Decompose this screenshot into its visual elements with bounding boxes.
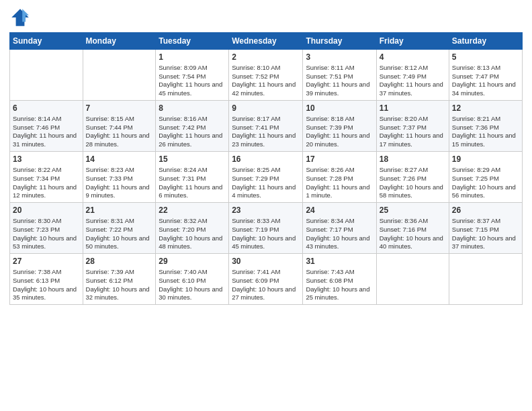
day-info: Sunrise: 8:30 AM Sunset: 7:23 PM Dayligh… (13, 217, 80, 251)
day-number: 14 (86, 154, 153, 165)
day-cell (10, 50, 83, 101)
svg-marker-0 (11, 9, 29, 26)
week-row-3: 13Sunrise: 8:22 AM Sunset: 7:34 PM Dayli… (10, 152, 523, 203)
day-number: 30 (232, 256, 300, 267)
weekday-header-saturday: Saturday (449, 33, 522, 50)
day-cell: 7Sunrise: 8:15 AM Sunset: 7:44 PM Daylig… (83, 101, 156, 152)
day-number: 27 (13, 256, 80, 267)
day-cell: 24Sunrise: 8:34 AM Sunset: 7:17 PM Dayli… (303, 203, 376, 254)
day-info: Sunrise: 8:16 AM Sunset: 7:42 PM Dayligh… (159, 115, 226, 149)
day-number: 12 (452, 103, 519, 114)
day-number: 15 (159, 154, 226, 165)
day-number: 8 (159, 103, 226, 114)
day-number: 1 (159, 52, 226, 63)
day-number: 22 (159, 205, 226, 216)
day-info: Sunrise: 8:27 AM Sunset: 7:26 PM Dayligh… (380, 166, 446, 200)
day-cell: 11Sunrise: 8:20 AM Sunset: 7:37 PM Dayli… (376, 101, 449, 152)
day-cell: 25Sunrise: 8:36 AM Sunset: 7:16 PM Dayli… (376, 203, 449, 254)
day-number: 28 (86, 256, 153, 267)
day-cell: 5Sunrise: 8:13 AM Sunset: 7:47 PM Daylig… (449, 50, 522, 101)
day-info: Sunrise: 7:38 AM Sunset: 6:13 PM Dayligh… (13, 268, 80, 302)
day-cell: 3Sunrise: 8:11 AM Sunset: 7:51 PM Daylig… (303, 50, 376, 101)
day-number: 6 (13, 103, 80, 114)
week-row-4: 20Sunrise: 8:30 AM Sunset: 7:23 PM Dayli… (10, 203, 523, 254)
day-info: Sunrise: 8:15 AM Sunset: 7:44 PM Dayligh… (86, 115, 153, 149)
day-info: Sunrise: 8:22 AM Sunset: 7:34 PM Dayligh… (13, 166, 80, 200)
weekday-header-sunday: Sunday (10, 33, 83, 50)
day-cell: 8Sunrise: 8:16 AM Sunset: 7:42 PM Daylig… (156, 101, 229, 152)
weekday-header-row: SundayMondayTuesdayWednesdayThursdayFrid… (10, 33, 523, 50)
day-info: Sunrise: 8:26 AM Sunset: 7:28 PM Dayligh… (306, 166, 373, 200)
day-cell (449, 254, 522, 305)
day-number: 2 (232, 52, 300, 63)
day-cell: 14Sunrise: 8:23 AM Sunset: 7:33 PM Dayli… (83, 152, 156, 203)
day-info: Sunrise: 8:31 AM Sunset: 7:22 PM Dayligh… (86, 217, 153, 251)
day-info: Sunrise: 8:13 AM Sunset: 7:47 PM Dayligh… (452, 64, 519, 98)
day-info: Sunrise: 8:11 AM Sunset: 7:51 PM Dayligh… (306, 64, 373, 98)
day-number: 10 (306, 103, 373, 114)
day-info: Sunrise: 8:23 AM Sunset: 7:33 PM Dayligh… (86, 166, 153, 200)
day-info: Sunrise: 8:09 AM Sunset: 7:54 PM Dayligh… (159, 64, 226, 98)
day-number: 18 (380, 154, 446, 165)
day-number: 13 (13, 154, 80, 165)
logo (9, 7, 34, 28)
day-info: Sunrise: 7:43 AM Sunset: 6:08 PM Dayligh… (306, 268, 373, 302)
day-number: 9 (232, 103, 300, 114)
day-number: 7 (86, 103, 153, 114)
day-info: Sunrise: 7:39 AM Sunset: 6:12 PM Dayligh… (86, 268, 153, 302)
day-cell (83, 50, 156, 101)
day-cell: 18Sunrise: 8:27 AM Sunset: 7:26 PM Dayli… (376, 152, 449, 203)
weekday-header-monday: Monday (83, 33, 156, 50)
day-cell: 22Sunrise: 8:32 AM Sunset: 7:20 PM Dayli… (156, 203, 229, 254)
day-info: Sunrise: 8:20 AM Sunset: 7:37 PM Dayligh… (380, 115, 446, 149)
day-info: Sunrise: 7:41 AM Sunset: 6:09 PM Dayligh… (232, 268, 300, 302)
day-info: Sunrise: 8:34 AM Sunset: 7:17 PM Dayligh… (306, 217, 373, 251)
day-cell (376, 254, 449, 305)
day-number: 26 (452, 205, 519, 216)
page: SundayMondayTuesdayWednesdayThursdayFrid… (0, 0, 532, 411)
day-number: 25 (380, 205, 446, 216)
calendar-table: SundayMondayTuesdayWednesdayThursdayFrid… (9, 32, 523, 305)
day-info: Sunrise: 8:24 AM Sunset: 7:31 PM Dayligh… (159, 166, 226, 200)
day-cell: 4Sunrise: 8:12 AM Sunset: 7:49 PM Daylig… (376, 50, 449, 101)
day-number: 31 (306, 256, 373, 267)
day-number: 24 (306, 205, 373, 216)
day-info: Sunrise: 8:33 AM Sunset: 7:19 PM Dayligh… (232, 217, 300, 251)
day-info: Sunrise: 8:17 AM Sunset: 7:41 PM Dayligh… (232, 115, 300, 149)
header (9, 7, 523, 28)
day-info: Sunrise: 8:36 AM Sunset: 7:16 PM Dayligh… (380, 217, 446, 251)
day-cell: 16Sunrise: 8:25 AM Sunset: 7:29 PM Dayli… (229, 152, 303, 203)
day-cell: 20Sunrise: 8:30 AM Sunset: 7:23 PM Dayli… (10, 203, 83, 254)
day-cell: 28Sunrise: 7:39 AM Sunset: 6:12 PM Dayli… (83, 254, 156, 305)
weekday-header-wednesday: Wednesday (229, 33, 303, 50)
day-info: Sunrise: 8:29 AM Sunset: 7:25 PM Dayligh… (452, 166, 519, 200)
day-number: 21 (86, 205, 153, 216)
day-cell: 2Sunrise: 8:10 AM Sunset: 7:52 PM Daylig… (229, 50, 303, 101)
day-number: 29 (159, 256, 226, 267)
day-cell: 10Sunrise: 8:18 AM Sunset: 7:39 PM Dayli… (303, 101, 376, 152)
day-info: Sunrise: 7:40 AM Sunset: 6:10 PM Dayligh… (159, 268, 226, 302)
day-cell: 27Sunrise: 7:38 AM Sunset: 6:13 PM Dayli… (10, 254, 83, 305)
day-info: Sunrise: 8:14 AM Sunset: 7:46 PM Dayligh… (13, 115, 80, 149)
weekday-header-thursday: Thursday (303, 33, 376, 50)
day-info: Sunrise: 8:18 AM Sunset: 7:39 PM Dayligh… (306, 115, 373, 149)
logo-icon (9, 7, 31, 28)
day-number: 3 (306, 52, 373, 63)
day-info: Sunrise: 8:37 AM Sunset: 7:15 PM Dayligh… (452, 217, 519, 251)
day-info: Sunrise: 8:32 AM Sunset: 7:20 PM Dayligh… (159, 217, 226, 251)
day-cell: 1Sunrise: 8:09 AM Sunset: 7:54 PM Daylig… (156, 50, 229, 101)
week-row-1: 1Sunrise: 8:09 AM Sunset: 7:54 PM Daylig… (10, 50, 523, 101)
day-cell: 19Sunrise: 8:29 AM Sunset: 7:25 PM Dayli… (449, 152, 522, 203)
day-number: 11 (380, 103, 446, 114)
day-cell: 12Sunrise: 8:21 AM Sunset: 7:36 PM Dayli… (449, 101, 522, 152)
weekday-header-friday: Friday (376, 33, 449, 50)
day-number: 4 (380, 52, 446, 63)
day-cell: 6Sunrise: 8:14 AM Sunset: 7:46 PM Daylig… (10, 101, 83, 152)
week-row-5: 27Sunrise: 7:38 AM Sunset: 6:13 PM Dayli… (10, 254, 523, 305)
day-number: 5 (452, 52, 519, 63)
day-cell: 26Sunrise: 8:37 AM Sunset: 7:15 PM Dayli… (449, 203, 522, 254)
day-cell: 15Sunrise: 8:24 AM Sunset: 7:31 PM Dayli… (156, 152, 229, 203)
day-number: 17 (306, 154, 373, 165)
day-info: Sunrise: 8:21 AM Sunset: 7:36 PM Dayligh… (452, 115, 519, 149)
day-info: Sunrise: 8:25 AM Sunset: 7:29 PM Dayligh… (232, 166, 300, 200)
